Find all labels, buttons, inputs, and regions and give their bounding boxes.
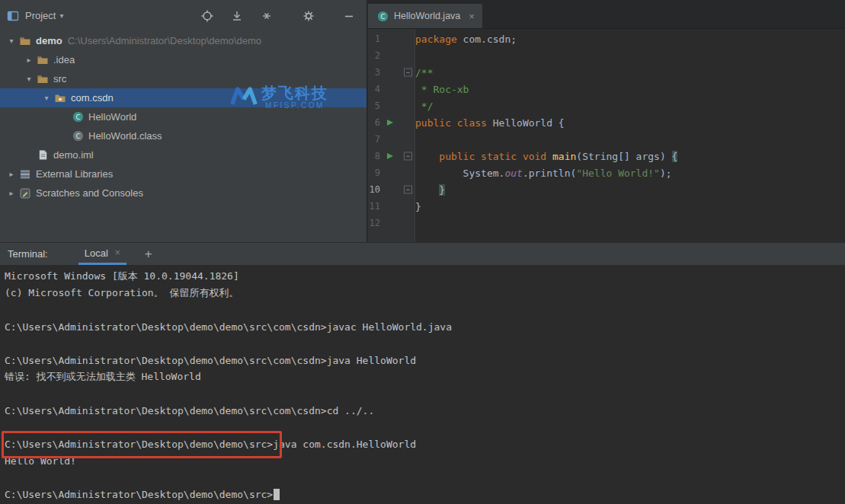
- scroll-from-source-icon[interactable]: [230, 9, 244, 23]
- code-line: 7: [368, 131, 845, 148]
- code-line: 2: [368, 47, 845, 64]
- terminal-tab-close-icon[interactable]: ×: [115, 247, 120, 258]
- fold-icon[interactable]: −: [404, 152, 412, 161]
- gutter-marks: [380, 114, 415, 131]
- fold-icon[interactable]: −: [404, 69, 412, 77]
- project-toolbar-actions: [200, 9, 356, 23]
- code-text: public class HelloWorld {: [415, 117, 565, 129]
- line-number: 5: [368, 100, 380, 111]
- chevron-down-icon[interactable]: ▾: [59, 11, 63, 20]
- tree-item-label: External Libraries: [36, 168, 113, 180]
- code-line: 8− public static void main(String[] args…: [368, 148, 845, 164]
- tab-label: HelloWorld.java: [394, 11, 460, 21]
- chevron-down-icon[interactable]: ▾: [5, 37, 18, 45]
- folder-icon: [18, 34, 32, 48]
- tree-item-label: src: [53, 73, 66, 85]
- locate-icon[interactable]: [200, 9, 214, 23]
- tab-helloworld-java[interactable]: C HelloWorld.java ×: [368, 4, 482, 28]
- fold-icon[interactable]: −: [404, 186, 412, 194]
- tree-item-demo[interactable]: ▾demoC:\Users\Administrator\Desktop\demo…: [0, 31, 366, 50]
- chevron-down-icon[interactable]: ▾: [40, 94, 53, 102]
- tree-item-external-libraries[interactable]: ▸External Libraries: [0, 164, 366, 183]
- editor-tab-bar: C HelloWorld.java ×: [368, 0, 845, 29]
- package-icon: [53, 91, 67, 105]
- settings-icon[interactable]: [302, 9, 315, 23]
- code-line: 1package com.csdn;: [368, 30, 845, 47]
- hide-icon[interactable]: [342, 9, 356, 23]
- terminal-header: Terminal: Local × +: [0, 242, 845, 265]
- chevron-right-icon[interactable]: ▸: [5, 170, 18, 178]
- project-window-icon: [6, 9, 20, 23]
- gutter-marks: [380, 97, 415, 114]
- tree-item-demo-iml[interactable]: demo.iml: [0, 145, 366, 164]
- collapse-all-icon[interactable]: [260, 9, 274, 23]
- terminal-line: [5, 469, 845, 486]
- code-text: */: [415, 100, 433, 112]
- tree-item-label: com.csdn: [71, 92, 114, 104]
- chevron-down-icon[interactable]: ▾: [22, 75, 36, 83]
- svg-text:C: C: [75, 132, 80, 140]
- gutter-marks: [380, 131, 415, 148]
- code-line: 11}: [368, 198, 845, 215]
- code-line: 3−/**: [368, 64, 845, 81]
- code-text: package com.csdn;: [415, 33, 517, 45]
- chevron-right-icon[interactable]: ▸: [22, 56, 36, 64]
- line-number: 12: [368, 218, 380, 228]
- terminal-line: C:\Users\Administrator\Desktop\demo\demo…: [5, 352, 845, 368]
- gutter-marks: −: [380, 64, 415, 81]
- svg-text:C: C: [75, 113, 80, 121]
- tree-item-label: HelloWorld: [88, 111, 136, 123]
- terminal-body[interactable]: Microsoft Windows [版本 10.0.19044.1826](c…: [0, 265, 845, 504]
- class-icon: C: [71, 110, 85, 124]
- code-line: 10− }: [368, 181, 845, 198]
- code-text: /**: [415, 67, 433, 78]
- code-text: System.out.println("Hello World!");: [415, 167, 672, 179]
- tree-item-src[interactable]: ▾src: [0, 69, 366, 88]
- tree-item-com-csdn[interactable]: ▾com.csdn: [0, 88, 366, 107]
- tree-item-scratches-and-consoles[interactable]: ▸Scratches and Consoles: [0, 183, 366, 203]
- code-text: * Roc-xb: [415, 84, 469, 95]
- terminal-cursor: [274, 489, 280, 500]
- tree-item-label: demo.iml: [53, 149, 94, 161]
- code-text: }: [415, 184, 445, 196]
- line-number: 4: [368, 84, 380, 94]
- line-number: 6: [368, 117, 380, 128]
- svg-text:C: C: [380, 12, 385, 20]
- tree-item-label: Scratches and Consoles: [36, 187, 143, 199]
- terminal-line: [5, 385, 845, 402]
- line-number: 10: [368, 184, 380, 195]
- chevron-right-icon[interactable]: ▸: [5, 189, 18, 197]
- folder-icon: [36, 53, 50, 67]
- terminal-line: C:\Users\Administrator\Desktop\demo\demo…: [5, 486, 845, 502]
- terminal-line: 错误: 找不到或无法加载主类 HelloWorld: [5, 368, 845, 385]
- gutter-marks: −: [380, 181, 415, 198]
- run-icon[interactable]: [386, 119, 394, 126]
- tree-item-path: C:\Users\Administrator\Desktop\demo\demo: [68, 35, 261, 46]
- project-view-label[interactable]: Project: [25, 10, 56, 21]
- code-editor[interactable]: 1package com.csdn;23−/**4 * Roc-xb5 */6p…: [368, 29, 845, 242]
- gutter-marks: [380, 30, 415, 47]
- terminal-line: [5, 301, 845, 318]
- gutter-marks: [380, 198, 415, 215]
- classfile-icon: C: [71, 129, 85, 143]
- folder-icon: [36, 72, 50, 86]
- gutter-marks: [380, 164, 415, 181]
- tree-item--idea[interactable]: ▸.idea: [0, 50, 366, 69]
- tree-item-helloworld-class[interactable]: CHelloWorld.class: [0, 126, 366, 145]
- code-line: 4 * Roc-xb: [368, 81, 845, 97]
- line-number: 9: [368, 167, 380, 178]
- terminal-tab-local[interactable]: Local ×: [78, 243, 126, 265]
- project-panel: Project ▾ ▾demoC:\Users\Administrator\De…: [0, 0, 367, 242]
- line-number: 8: [368, 151, 380, 161]
- tree-item-label: HelloWorld.class: [88, 130, 162, 142]
- terminal-line: Microsoft Windows [版本 10.0.19044.1826]: [5, 268, 845, 285]
- code-area: 1package com.csdn;23−/**4 * Roc-xb5 */6p…: [368, 30, 845, 231]
- terminal-label: Terminal:: [8, 248, 48, 260]
- terminal-tab-label: Local: [85, 247, 108, 259]
- run-icon[interactable]: [386, 152, 394, 160]
- tree-item-helloworld[interactable]: CHelloWorld: [0, 107, 366, 126]
- terminal-line: [5, 335, 845, 352]
- terminal-new-tab-button[interactable]: +: [145, 247, 152, 262]
- tab-close-icon[interactable]: ×: [469, 11, 475, 22]
- terminal-line: [5, 419, 845, 435]
